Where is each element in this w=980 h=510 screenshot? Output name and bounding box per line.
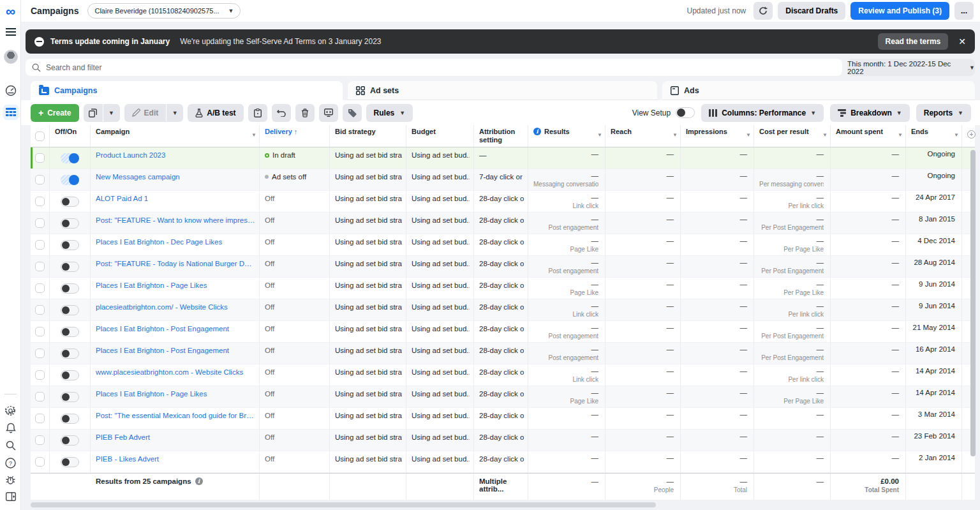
column-header-delivery[interactable]: Delivery↑ <box>260 125 330 147</box>
column-header-amount-spent[interactable]: Amount spent▼ <box>831 125 906 147</box>
off-on-toggle[interactable] <box>61 305 79 315</box>
column-header-bid-strategy[interactable]: Bid strategy <box>330 125 406 147</box>
meta-logo-icon[interactable]: ∞ <box>0 4 21 19</box>
review-and-publish-button[interactable]: Review and Publish (3) <box>850 2 949 20</box>
off-on-toggle[interactable] <box>61 435 79 446</box>
campaign-link[interactable]: placesieatbrighton.com/ - Website Clicks <box>96 302 255 311</box>
read-the-terms-button[interactable]: Read the terms <box>878 33 949 50</box>
row-checkbox[interactable] <box>35 414 45 423</box>
off-on-toggle[interactable] <box>61 218 79 229</box>
reports-button[interactable]: Reports ▼ <box>916 104 971 122</box>
campaign-link[interactable]: Places I Eat Brighton - Post Engagement <box>96 345 255 354</box>
campaign-link[interactable]: Product Launch 2023 <box>96 150 255 159</box>
edit-button[interactable]: Edit <box>124 104 167 122</box>
row-checkbox[interactable] <box>35 218 45 228</box>
off-on-toggle[interactable] <box>61 153 79 163</box>
create-button[interactable]: + Create <box>31 104 79 122</box>
date-range-selector[interactable]: This month: 1 Dec 2022-15 Dec 2022 ▼ <box>847 59 975 76</box>
off-on-toggle[interactable] <box>61 283 79 294</box>
off-on-toggle[interactable] <box>61 370 79 380</box>
off-on-toggle[interactable] <box>61 197 79 207</box>
info-icon[interactable]: i <box>195 477 203 485</box>
settings-gear-icon[interactable] <box>0 405 21 416</box>
plus-circle-icon[interactable]: + <box>967 130 976 139</box>
help-icon[interactable]: ? <box>0 458 21 469</box>
delete-button[interactable] <box>295 104 315 122</box>
tab-campaigns[interactable]: Campaigns <box>31 81 343 100</box>
vertical-scrollbar-thumb[interactable] <box>970 150 976 456</box>
info-icon[interactable]: i <box>533 128 541 135</box>
account-selector[interactable]: Claire Beveridge (1015108240902575... ▼ <box>87 3 241 19</box>
off-on-toggle[interactable] <box>61 392 79 402</box>
add-column-header[interactable]: + <box>962 125 979 147</box>
gauge-icon[interactable] <box>0 85 21 96</box>
campaign-link[interactable]: ALOT Paid Ad 1 <box>96 193 255 202</box>
column-header-campaign[interactable]: Campaign▼ <box>91 125 260 147</box>
row-checkbox[interactable] <box>35 197 45 206</box>
column-header-reach[interactable]: Reach▼ <box>605 125 681 147</box>
campaign-link[interactable]: Post: "The essential Mexican food guide … <box>96 410 255 419</box>
campaign-link[interactable]: www.placesieatbrighton.com - Website Cli… <box>96 367 255 376</box>
off-on-toggle[interactable] <box>61 262 79 272</box>
discard-drafts-button[interactable]: Discard Drafts <box>778 2 845 20</box>
row-checkbox[interactable] <box>35 327 45 336</box>
row-checkbox[interactable] <box>35 392 45 401</box>
horizontal-scrollbar[interactable] <box>21 500 980 510</box>
more-options-button[interactable]: ... <box>954 2 974 20</box>
column-header-ends[interactable]: Ends▼ <box>906 125 962 147</box>
row-checkbox[interactable] <box>35 153 45 163</box>
row-checkbox[interactable] <box>35 370 45 380</box>
preview-button[interactable] <box>319 104 338 122</box>
campaign-link[interactable]: Post: "FEATURE - Today is National Burge… <box>96 259 255 267</box>
campaign-link[interactable]: PIEB - Likes Advert <box>96 454 255 463</box>
off-on-toggle[interactable] <box>61 240 79 250</box>
breakdown-button[interactable]: Breakdown ▼ <box>830 104 910 122</box>
off-on-toggle[interactable] <box>61 349 79 359</box>
column-header-attribution[interactable]: Attribution setting <box>474 125 528 147</box>
clipboard-button[interactable] <box>248 104 267 122</box>
sort-chevron-icon[interactable]: ▼ <box>251 131 256 139</box>
campaign-link[interactable]: Places I Eat Brighton - Page Likes <box>96 389 255 398</box>
row-checkbox[interactable] <box>35 435 45 445</box>
search-input[interactable] <box>46 63 836 72</box>
sort-chevron-icon[interactable]: ▼ <box>954 131 959 139</box>
edit-dropdown-button[interactable]: ▼ <box>167 104 183 122</box>
ab-test-button[interactable]: A/B test <box>188 104 243 122</box>
sort-chevron-icon[interactable]: ▼ <box>746 131 751 139</box>
refresh-button[interactable] <box>754 2 773 20</box>
rules-button[interactable]: Rules ▼ <box>366 104 413 122</box>
off-on-toggle[interactable] <box>61 457 79 467</box>
row-checkbox[interactable] <box>35 349 45 358</box>
column-header-budget[interactable]: Budget <box>406 125 474 147</box>
campaign-link[interactable]: Places I Eat Brighton - Page Likes <box>96 280 255 289</box>
row-checkbox[interactable] <box>35 305 45 315</box>
off-on-toggle[interactable] <box>61 414 79 424</box>
campaign-link[interactable]: New Messages campaign <box>96 172 255 181</box>
collapse-panel-icon[interactable] <box>0 492 21 501</box>
vertical-scrollbar[interactable] <box>970 147 976 497</box>
tab-ads[interactable]: Ads <box>662 81 975 100</box>
sort-chevron-icon[interactable]: ▼ <box>822 131 828 139</box>
notifications-bell-icon[interactable] <box>0 423 21 433</box>
tab-ad-sets[interactable]: Ad sets <box>348 81 657 100</box>
menu-icon[interactable] <box>0 28 21 36</box>
column-header-results[interactable]: iResults▼ <box>528 125 605 147</box>
campaign-link[interactable]: Post: "FEATURE - Want to know where impr… <box>96 215 255 224</box>
undo-button[interactable] <box>272 104 291 122</box>
select-all-checkbox[interactable] <box>35 131 45 141</box>
row-checkbox[interactable] <box>35 240 45 250</box>
column-header-impressions[interactable]: Impressions▼ <box>681 125 754 147</box>
campaign-link[interactable]: Places I Eat Brighton - Post Engagement <box>96 324 255 333</box>
duplicate-button[interactable] <box>84 104 103 122</box>
horizontal-scrollbar-thumb[interactable] <box>31 502 656 507</box>
profile-avatar[interactable] <box>0 50 21 64</box>
search-bar[interactable] <box>26 59 842 76</box>
off-on-toggle[interactable] <box>61 175 79 185</box>
view-setup-toggle[interactable] <box>676 107 695 118</box>
row-checkbox[interactable] <box>35 283 45 293</box>
off-on-toggle[interactable] <box>61 327 79 337</box>
row-checkbox[interactable] <box>35 262 45 271</box>
search-nav-icon[interactable] <box>0 440 21 451</box>
bug-report-icon[interactable] <box>0 475 21 485</box>
column-header-cost-per-result[interactable]: Cost per result▼ <box>754 125 831 147</box>
